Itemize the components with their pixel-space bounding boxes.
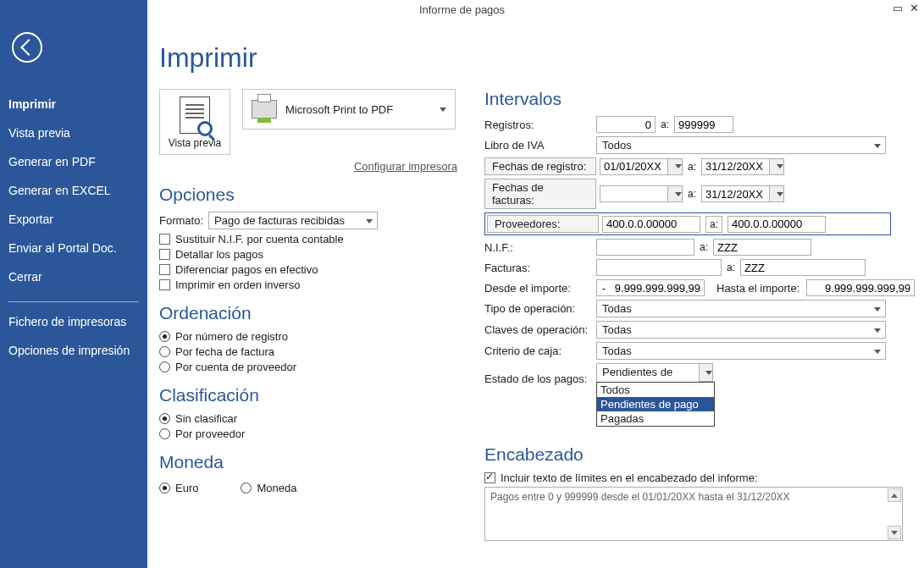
fecha-reg-to-dropdown[interactable] (769, 158, 784, 175)
estado-option-todos[interactable]: Todos (597, 383, 714, 397)
radio-moneda-moneda[interactable] (241, 483, 252, 494)
fechas-facturas-button[interactable]: Fechas de facturas: (484, 179, 596, 209)
proveedores-to-input[interactable] (728, 216, 826, 233)
encabezado-textarea[interactable]: Pagos entre 0 y 999999 desde el 01/01/20… (484, 487, 903, 541)
fecha-reg-to-input[interactable] (701, 158, 769, 175)
page-title: Imprimir (159, 42, 916, 74)
preview-label: Vista previa (163, 137, 226, 149)
radio-moneda-moneda-label: Moneda (257, 482, 296, 494)
back-button[interactable] (12, 32, 42, 63)
sidebar-item-generar-pdf[interactable]: Generar en PDF (0, 147, 147, 176)
proveedores-button[interactable]: Proveedores: (487, 215, 599, 233)
fecha-fac-from-dropdown[interactable] (667, 185, 683, 202)
claves-operacion-select[interactable]: Todas (596, 321, 886, 339)
estado-pagos-dropdown-button[interactable] (700, 363, 713, 382)
cb-sustituir-nif[interactable] (159, 234, 170, 245)
sidebar-item-imprimir[interactable]: Imprimir (0, 90, 147, 119)
a-sep: a: (700, 241, 708, 253)
sidebar-item-fichero-impresoras[interactable]: Fichero de impresoras (0, 307, 147, 336)
printer-name: Microsoft Print to PDF (285, 103, 393, 116)
cb-orden-inverso[interactable] (159, 279, 170, 290)
registros-to-input[interactable] (674, 116, 733, 133)
tipo-operacion-select[interactable]: Todas (596, 300, 886, 317)
cb-incluir-limites-label: Incluir texto de límites en el encabezad… (501, 471, 758, 484)
registros-from-input[interactable] (596, 116, 656, 133)
desde-importe-input[interactable] (596, 279, 705, 296)
claves-operacion-label: Claves de operación: (484, 323, 596, 336)
fecha-fac-from-input[interactable] (600, 185, 667, 202)
formato-select[interactable]: Pago de facturas recibidas (208, 212, 378, 229)
close-icon[interactable]: ✕ (910, 2, 919, 14)
fechas-registro-button[interactable]: Fechas de registro: (484, 157, 596, 175)
cb-diferenciar-efectivo-label: Diferenciar pagos en efectivo (175, 263, 318, 276)
registros-label: Registros: (484, 119, 596, 131)
a-sep: a: (688, 161, 696, 173)
radio-clasif-proveedor[interactable] (159, 428, 170, 439)
radio-orden-cuenta[interactable] (159, 361, 170, 372)
chevron-down-icon (366, 219, 373, 223)
a-sep: a: (727, 262, 735, 273)
nif-from-input[interactable] (596, 239, 694, 256)
fecha-reg-from-dropdown[interactable] (667, 158, 683, 175)
radio-clasif-sin[interactable] (159, 413, 170, 424)
sidebar-item-vista-previa[interactable]: Vista previa (0, 119, 147, 147)
radio-orden-fecha[interactable] (159, 346, 170, 357)
chevron-down-icon (874, 328, 881, 333)
cb-detallar-pagos[interactable] (159, 249, 170, 260)
desde-importe-label: Desde el importe: (484, 282, 596, 295)
nif-label: N.I.F.: (484, 241, 596, 254)
proveedores-from-input[interactable] (602, 216, 700, 233)
sidebar-item-generar-excel[interactable]: Generar en EXCEL (0, 176, 147, 205)
sidebar-item-exportar[interactable]: Exportar (0, 205, 147, 234)
fecha-fac-to-input[interactable] (701, 185, 769, 202)
encabezado-heading: Encabezado (484, 444, 916, 465)
estado-option-pendientes[interactable]: Pendientes de pago (597, 397, 714, 411)
a-sep: a: (661, 119, 669, 130)
sidebar-item-opciones-impresion[interactable]: Opciones de impresión (0, 336, 147, 365)
a-sep: a: (688, 188, 696, 200)
cb-orden-inverso-label: Imprimir en orden inverso (175, 278, 300, 291)
hasta-importe-label: Hasta el importe: (717, 282, 800, 295)
estado-option-pagadas[interactable]: Pagadas (597, 411, 714, 426)
libro-select[interactable]: Todos (596, 136, 886, 154)
a-sep: a: (705, 216, 722, 233)
estado-pagos-dropdown-list: Todos Pendientes de pago Pagadas (596, 382, 715, 427)
hasta-importe-input[interactable] (806, 279, 915, 296)
nif-to-input[interactable] (713, 239, 811, 256)
radio-moneda-euro[interactable] (159, 483, 170, 494)
cb-incluir-limites[interactable] (484, 472, 495, 483)
clasificacion-heading: Clasificación (159, 385, 456, 405)
intervalos-heading: Intervalos (484, 89, 916, 109)
document-preview-icon (180, 97, 210, 134)
radio-moneda-euro-label: Euro (175, 482, 198, 494)
criterio-caja-select[interactable]: Todas (596, 342, 886, 360)
configure-printer-link[interactable]: Configurar impresora (354, 160, 457, 173)
moneda-heading: Moneda (159, 452, 456, 472)
cb-sustituir-nif-label: Sustituir N.I.F. por cuenta contable (175, 233, 344, 245)
facturas-from-input[interactable] (596, 259, 722, 276)
scroll-down-button[interactable] (888, 526, 901, 539)
sidebar-separator (8, 301, 139, 302)
libro-label: Libro de IVA (484, 139, 596, 152)
chevron-down-icon (874, 144, 881, 148)
preview-button[interactable]: Vista previa (159, 89, 230, 155)
radio-clasif-sin-label: Sin clasificar (175, 412, 237, 425)
radio-clasif-proveedor-label: Por proveedor (175, 427, 245, 440)
opciones-heading: Opciones (159, 185, 456, 205)
printer-select[interactable]: Microsoft Print to PDF (242, 89, 456, 130)
facturas-label: Facturas: (484, 262, 596, 274)
minimize-icon[interactable]: ▭ (893, 2, 903, 14)
sidebar-item-enviar-portal[interactable]: Enviar al Portal Doc. (0, 234, 147, 262)
fecha-reg-from-input[interactable] (600, 158, 667, 175)
radio-orden-registro[interactable] (159, 331, 170, 342)
arrow-left-icon (20, 39, 37, 56)
sidebar-item-cerrar[interactable]: Cerrar (0, 262, 147, 291)
fecha-fac-to-dropdown[interactable] (769, 185, 784, 202)
cb-diferenciar-efectivo[interactable] (159, 264, 170, 275)
scroll-up-button[interactable] (888, 488, 901, 502)
sidebar: Imprimir Vista previa Generar en PDF Gen… (0, 0, 147, 568)
facturas-to-input[interactable] (740, 259, 866, 276)
ordenacion-heading: Ordenación (159, 303, 456, 323)
chevron-down-icon (440, 108, 446, 112)
radio-orden-fecha-label: Por fecha de factura (175, 345, 274, 358)
